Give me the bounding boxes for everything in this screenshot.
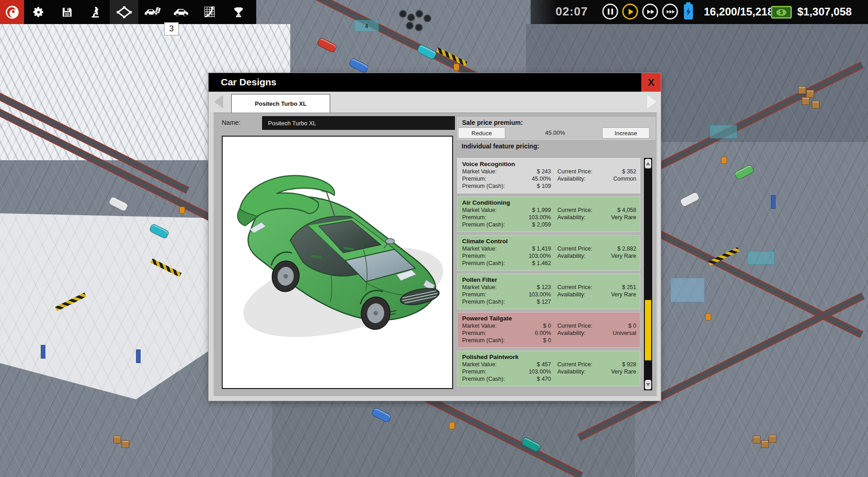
- premium-label: Premium:: [462, 175, 513, 182]
- pause-button[interactable]: [602, 4, 618, 20]
- power-usage-value: 16,200/15,218: [704, 5, 773, 18]
- dollar-sign: $: [776, 9, 786, 16]
- availability-label: Availability:: [551, 291, 605, 298]
- crate: [761, 440, 769, 448]
- design-count-badge: 3: [164, 22, 179, 35]
- gantry-pillar: [41, 345, 45, 359]
- tire-stack: [399, 10, 407, 18]
- factory-car: [348, 58, 369, 74]
- tire-stack: [415, 10, 423, 18]
- premium: 0.00%: [513, 329, 551, 337]
- scroll-up-button[interactable]: [645, 159, 651, 168]
- premium-cash-label: Premium (Cash):: [462, 337, 513, 344]
- previous-design-arrow[interactable]: [214, 95, 223, 108]
- game-clock: 02:07: [556, 5, 588, 19]
- feature-card[interactable]: Polished PaintworkMarket Value:$ 457Curr…: [457, 351, 640, 386]
- crate: [802, 97, 809, 105]
- power-battery-icon: [684, 4, 693, 20]
- research-button[interactable]: [81, 0, 110, 24]
- achievements-button[interactable]: [224, 0, 253, 24]
- feature-list-scrollbar[interactable]: [644, 158, 652, 390]
- current-price: $ 352: [605, 168, 636, 175]
- factory-robot: [705, 313, 711, 320]
- current-price-label: Current Price:: [551, 207, 605, 214]
- settings-button[interactable]: [24, 0, 53, 24]
- fast-forward-icon: [647, 10, 651, 14]
- feature-list: Voice RecognitionMarket Value:$ 243Curre…: [457, 158, 640, 389]
- current-price-label: Current Price:: [551, 245, 605, 252]
- dialog-body: Name:: [214, 113, 657, 396]
- factory-robot: [454, 64, 459, 71]
- market-value-label: Market Value:: [462, 284, 513, 291]
- tire-stack: [415, 24, 423, 31]
- market-value-label: Market Value:: [462, 322, 513, 329]
- money-icon: $: [771, 6, 792, 19]
- fastest-forward-button[interactable]: [662, 4, 678, 20]
- current-price-label: Current Price:: [551, 168, 605, 175]
- vehicles-button[interactable]: [167, 0, 195, 24]
- tab-positech-turbo-xl[interactable]: Positech Turbo XL: [231, 94, 330, 113]
- next-design-arrow[interactable]: [647, 95, 656, 108]
- feature-card[interactable]: Air ConditioningMarket Value:$ 1,999Curr…: [457, 197, 640, 232]
- feature-name: Air Conditioning: [462, 199, 636, 207]
- feature-pricing-heading: Individual feature pricing:: [462, 143, 539, 150]
- fast-forward-button[interactable]: [642, 4, 658, 20]
- availability-label: Availability:: [551, 368, 605, 375]
- car-render: [223, 137, 452, 388]
- car-designs-button[interactable]: $: [138, 0, 167, 24]
- market-value: $ 243: [513, 168, 551, 175]
- factory-robot: [721, 157, 727, 164]
- feature-card[interactable]: Pollen FilterMarket Value:$ 123Current P…: [457, 274, 640, 309]
- selection-overlay: [710, 125, 737, 138]
- tire-stack: [406, 22, 414, 30]
- factory-car: [108, 196, 129, 212]
- premium-cash: $ 127: [513, 298, 551, 305]
- feature-name: Voice Recognition: [462, 160, 636, 168]
- design-name-input[interactable]: [262, 116, 455, 130]
- scrollbar-thumb[interactable]: [645, 300, 651, 360]
- sale-premium-value: 45.00%: [517, 129, 594, 136]
- crate: [806, 90, 814, 98]
- pricing-column: Sale price premium: Reduce 45.00% Increa…: [457, 117, 655, 393]
- gantry-pillar: [771, 195, 775, 209]
- feature-name: Climate Control: [462, 237, 636, 245]
- car-designs-icon: $: [144, 5, 162, 19]
- play-icon: [629, 9, 634, 15]
- availability: Very Rare: [605, 291, 636, 298]
- feature-card[interactable]: Voice RecognitionMarket Value:$ 243Curre…: [457, 158, 640, 193]
- increase-premium-button[interactable]: Increase: [603, 128, 649, 138]
- dialog-titlebar[interactable]: Car Designs X: [209, 73, 661, 92]
- close-button[interactable]: X: [641, 73, 661, 92]
- main-toolbar: $: [0, 0, 256, 24]
- save-button[interactable]: [53, 0, 81, 24]
- crate: [113, 436, 121, 443]
- market-value-label: Market Value:: [462, 207, 513, 214]
- play-button[interactable]: [622, 4, 638, 20]
- down-arrow-icon: [646, 383, 650, 386]
- premium-cash-label: Premium (Cash):: [462, 182, 513, 190]
- premium-cash-label: Premium (Cash):: [462, 375, 513, 383]
- reduce-premium-button[interactable]: Reduce: [458, 128, 505, 138]
- premium-cash: $ 0: [513, 337, 551, 344]
- market-value: $ 1,419: [513, 245, 551, 252]
- up-arrow-icon: [646, 162, 650, 165]
- pause-icon: [611, 9, 613, 15]
- scroll-down-button[interactable]: [645, 380, 651, 389]
- current-price-label: Current Price:: [551, 361, 605, 368]
- premium-cash-label: Premium (Cash):: [462, 260, 513, 267]
- stats-button[interactable]: [195, 0, 224, 24]
- market-value-label: Market Value:: [462, 168, 513, 175]
- current-price-label: Current Price:: [551, 284, 605, 291]
- zone-view-button[interactable]: [110, 0, 138, 24]
- premium: 103.00%: [513, 291, 551, 298]
- feature-card[interactable]: Powered TailgateMarket Value:$ 0Current …: [457, 312, 640, 348]
- feature-card[interactable]: Climate ControlMarket Value:$ 1,419Curre…: [457, 235, 640, 270]
- market-value-label: Market Value:: [462, 361, 513, 368]
- fast-forward-icon: [651, 10, 654, 14]
- crate: [753, 436, 761, 443]
- positech-logo[interactable]: [0, 0, 24, 24]
- zone-diamond-icon: [116, 6, 132, 19]
- current-price: $ 251: [605, 284, 636, 291]
- availability-label: Availability:: [551, 252, 605, 260]
- premium-cash: $ 109: [513, 182, 551, 190]
